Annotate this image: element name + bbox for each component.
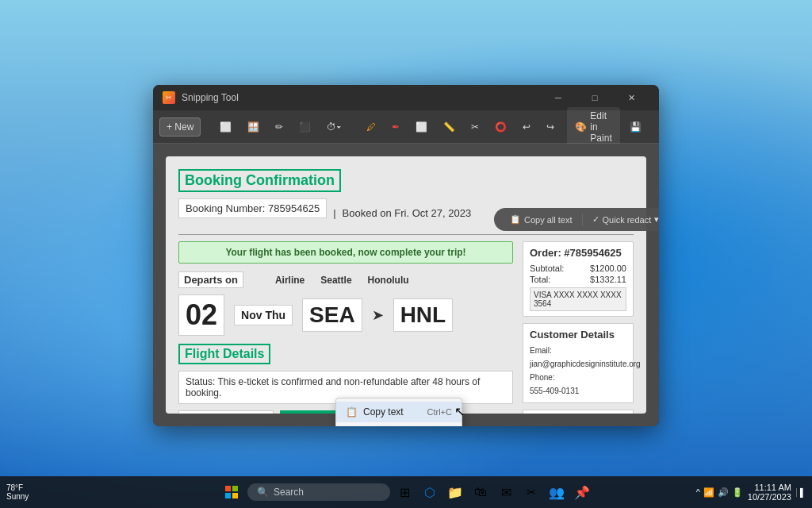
confirmation-banner: Your flight has been booked, now complet… [178,241,513,264]
snipping-tool-window: ✂ Snipping Tool ─ □ ✕ + New ⬜ 🪟 ✏ ⬛ ⏱▾ 🖊… [153,85,659,426]
booked-on-text: | [333,207,335,219]
date-number: 02 [178,294,224,336]
search-box[interactable]: 🔍 Search [247,483,390,501]
redo-button[interactable]: ↪ [540,118,561,136]
volume-icon: 🔊 [718,487,729,498]
booking-number: Booking Number: 785954625 [178,198,327,218]
snipping-pinned-icon[interactable]: 📌 [571,481,593,503]
departing-box: Departing Flight Airline Flight 7934 Bus… [178,410,274,414]
total-label: Total: [530,275,550,284]
undo-button[interactable]: ↩ [516,118,537,136]
float-divider [582,214,583,226]
search-icon: 🔍 [257,487,269,498]
billing-box: Billing Address: Ji-an Lee 123 Maple Ln … [523,410,634,414]
phone-value: 555-409-0131 [530,384,626,398]
divider [178,234,634,235]
show-desktop-button[interactable]: ▌ [796,488,806,497]
chevron-icon[interactable]: ^ [696,487,700,497]
weather-temp: 78°F [6,483,23,492]
floating-ocr-toolbar: 📋 Copy all text ✓ Quick redact ▾ [494,208,659,231]
customer-box: Customer Details Email: jian@graphicdesi… [523,323,634,403]
title-bar-left: ✂ Snipping Tool [163,91,540,104]
pen-tool[interactable]: ✒ [385,118,406,136]
taskbar-center: 🔍 Search ⊞ ⬡ 📁 🛍 ✉ ✂ 👥 📌 [219,479,593,505]
booking-card: Booking Confirmation Booking Number: 785… [166,156,646,414]
svg-rect-3 [232,493,238,498]
windows-icon [224,485,239,499]
mail-icon[interactable]: ✉ [495,481,517,503]
battery-icon: 🔋 [732,487,743,498]
ctx-copy-text[interactable]: 📋 Copy text Ctrl+C [336,402,462,422]
chevron-down-icon: ▾ [654,214,659,225]
check-icon: ✓ [592,214,599,225]
new-button[interactable]: + New [159,117,201,137]
ruler-tool[interactable]: 📏 [437,118,462,136]
ctx-select-all[interactable]: ☰ Select all Ctrl+A [336,422,462,426]
origin-code: SEA [302,298,362,332]
route-headers: Airline Seattle Honolulu [275,275,409,286]
highlight-tool[interactable]: 🖊 [360,118,382,136]
left-panel: Your flight has been booked, now complet… [178,241,513,402]
system-tray: ^ 📶 🔊 🔋 [696,487,743,498]
email-label: Email: [530,346,552,355]
crop-tool[interactable]: ✂ [465,118,485,136]
clock-time: 11:11 AM [754,483,791,492]
customer-details-title: Customer Details [530,329,626,341]
edge-icon[interactable]: ⬡ [419,481,441,503]
eraser-tool[interactable]: ⬜ [409,118,434,136]
timer-button[interactable]: ⏱▾ [320,118,347,136]
toolbar: + New ⬜ 🪟 ✏ ⬛ ⏱▾ 🖊 ✒ ⬜ 📏 ✂ ⭕ ↩ ↪ 🎨 Edit … [153,110,659,144]
paint-icon: 🎨 [575,121,587,133]
copy-icon: 📋 [510,214,521,225]
store-icon[interactable]: 🛍 [469,481,492,503]
right-panel: Order: #785954625 Subtotal: $1200.00 Tot… [523,241,634,402]
quick-redact-button[interactable]: ✓ Quick redact ▾ [586,211,659,228]
mode-free-button[interactable]: ✏ [269,118,289,136]
clock-date: 10/27/2023 [748,492,791,502]
copy-all-text-button[interactable]: 📋 Copy all text [504,211,579,228]
weather-condition: Sunny [6,492,29,501]
phone-label: Phone: [530,373,555,382]
content-area: Booking Confirmation Booking Number: 785… [153,144,659,426]
subtotal-value: $1200.00 [590,264,626,273]
window-title: Snipping Tool [182,92,239,103]
arrow-icon: ➤ [372,306,384,324]
subtotal-label: Subtotal: [530,264,564,273]
order-box: Order: #785954625 Subtotal: $1200.00 Tot… [523,241,634,317]
save-button[interactable]: 💾 [623,118,648,136]
edit-in-paint-button[interactable]: 🎨 Edit in Paint [567,107,619,147]
svg-rect-0 [225,486,231,491]
order-number: Order: #785954625 [530,247,626,259]
weather-widget: 78°F Sunny [6,483,29,501]
snip-tool-taskbar-icon[interactable]: ✂ [520,481,542,503]
taskbar: 78°F Sunny 🔍 Search ⊞ ⬡ 📁 🛍 ✉ ✂ 👥 📌 ^ [0,476,812,508]
dest-code: HNL [393,298,454,332]
ctx-copy-shortcut: Ctrl+C [427,407,452,417]
teams-icon[interactable]: 👥 [546,481,568,503]
start-button[interactable] [219,479,244,505]
clock-widget[interactable]: 11:11 AM 10/27/2023 [748,483,791,502]
booking-title: Booking Confirmation [178,169,341,192]
main-layout: Your flight has been booked, now complet… [178,241,634,402]
svg-rect-2 [225,493,231,498]
share-button[interactable]: ↗ [651,118,659,136]
subtotal-row: Subtotal: $1200.00 [530,264,626,273]
airline-header: Airline [275,275,304,286]
shape-tool[interactable]: ⭕ [488,118,513,136]
mode-rect-button[interactable]: ⬜ [213,118,238,136]
context-menu: 📋 Copy text Ctrl+C ☰ Select all Ctrl+A 🖊… [335,398,462,426]
mode-window-button[interactable]: 🪟 [241,118,266,136]
total-row: Total: $1332.11 [530,275,626,284]
seattle-header: Seattle [320,275,351,286]
close-button[interactable]: ✕ [613,85,649,110]
date-text: Nov Thu [234,305,293,325]
taskbar-left: 78°F Sunny [6,483,29,501]
flight-details-title: Flight Details [178,344,270,364]
task-view-button[interactable]: ⊞ [393,481,416,503]
mode-full-button[interactable]: ⬛ [293,118,317,136]
taskbar-right: ^ 📶 🔊 🔋 11:11 AM 10/27/2023 ▌ [696,483,806,502]
ctx-copy-label: Copy text [363,406,404,418]
explorer-icon[interactable]: 📁 [444,481,466,503]
svg-rect-1 [232,486,238,491]
departs-row: Departs on Airline Seattle Honolulu [178,271,513,288]
